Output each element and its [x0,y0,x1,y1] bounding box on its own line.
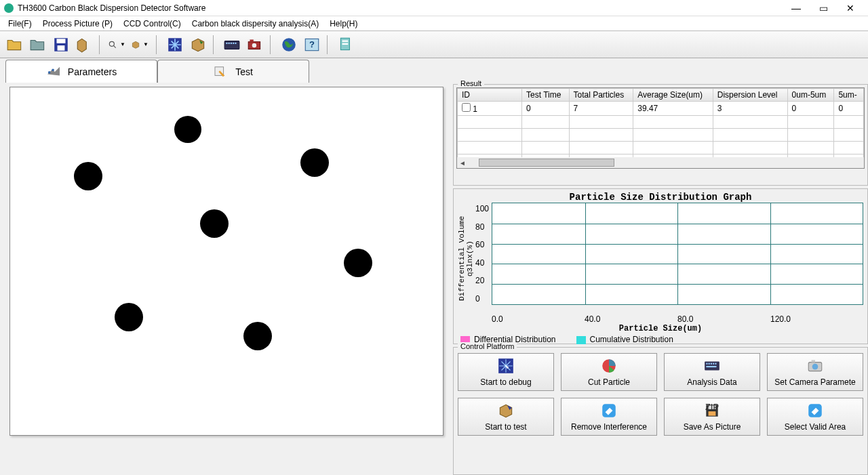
export-icon[interactable] [187,34,209,56]
chart-panel: Particle Size Distribution Graph Differe… [453,188,868,344]
keyboard-icon [703,357,721,375]
svg-rect-25 [706,363,707,365]
svg-point-19 [48,71,51,74]
svg-rect-11 [235,42,236,43]
column-header[interactable]: 5um- [834,89,864,102]
camera-icon[interactable] [244,34,266,56]
open-folder-icon[interactable] [4,34,26,56]
column-header[interactable]: Average Size(um) [633,89,713,102]
parameters-icon [46,66,61,78]
column-header[interactable]: Total Particles [569,89,633,102]
open-folder-alt-icon[interactable] [27,34,49,56]
svg-line-4 [113,45,116,48]
chart-x-axis-label: Particle Size(um) [458,324,863,333]
chart-title: Particle Size Distribution Graph [458,192,863,203]
table-cell: 0 [522,102,570,116]
menu-file[interactable]: File(F) [3,18,37,30]
set-camera-button[interactable]: Set Camera Paramete [767,353,863,391]
particle [200,209,229,238]
particle [344,249,372,277]
pie-icon [600,357,618,375]
svg-rect-9 [231,42,232,43]
batch-icon[interactable] [73,34,95,56]
app-icon [4,3,14,13]
tab-strip: Parameters Test [0,58,868,83]
document-icon[interactable] [335,34,357,56]
minimize-button[interactable]: ― [783,3,810,14]
start-test-button[interactable]: Start to test [458,398,554,436]
svg-point-20 [52,68,54,71]
chart-y-ticks: 100806040200 [474,203,492,314]
svg-rect-6 [224,41,239,49]
control-platform-panel: Control Platform Start to debug Cut Part… [453,347,868,475]
save-picture-button[interactable]: ZIP Save As Picture [664,398,760,436]
table-row[interactable]: 10739.47300 [458,102,864,116]
menu-help[interactable]: Help(H) [324,18,363,30]
tab-test[interactable]: Test [157,60,309,83]
target-icon[interactable] [164,34,186,56]
remove-interference-button[interactable]: Remove Interference [561,398,657,436]
particle [174,116,201,143]
particle [243,322,272,350]
target-icon [497,357,515,375]
select-valid-area-button[interactable]: Select Valid Area [767,398,863,436]
result-scrollbar[interactable]: ◄ [457,157,864,168]
row-checkbox[interactable] [462,103,471,112]
close-button[interactable]: ✕ [837,3,864,14]
start-debug-button[interactable]: Start to debug [458,353,554,391]
column-header[interactable]: Test Time [522,89,570,102]
package-dropdown[interactable]: ▼ [130,34,152,56]
select-icon [806,402,824,419]
result-table[interactable]: IDTest TimeTotal ParticlesAverage Size(u… [456,87,865,169]
tab-parameters-label: Parameters [68,66,117,77]
result-panel-title: Result [458,79,484,87]
chart-y-axis-label: Differential Volume q3lnx(%) [458,203,474,314]
table-cell: 0 [787,102,834,116]
column-header[interactable]: Dispersion Level [713,89,787,102]
keyboard-icon[interactable] [221,34,243,56]
save-icon[interactable] [50,34,72,56]
svg-text:?: ? [309,39,315,49]
chart-legend: Differential Distribution Cumulative Dis… [458,333,863,344]
svg-point-13 [252,43,257,47]
analysis-data-button[interactable]: Analysis Data [664,353,760,391]
particle [115,303,143,331]
svg-rect-14 [250,39,253,41]
table-cell: 7 [569,102,633,116]
tab-parameters[interactable]: Parameters [5,60,157,83]
svg-rect-33 [812,360,815,362]
svg-rect-2 [58,45,65,51]
chart-grid [492,203,863,305]
cut-particle-button[interactable]: Cut Particle [561,353,657,391]
svg-rect-37 [709,411,716,416]
chart-x-ticks: 0.040.080.0120.0 [458,314,863,324]
table-cell: 39.47 [633,102,713,116]
toolbar: ▼ ▼ ? [0,31,868,58]
svg-rect-8 [229,42,230,43]
box-arrow-icon [497,402,515,419]
title-bar: TH3600 Carbon Black Dispersion Detector … [0,0,868,16]
globe-icon[interactable] [278,34,300,56]
result-panel: Result IDTest TimeTotal ParticlesAverage… [453,84,868,186]
svg-rect-7 [226,42,227,43]
svg-text:ZIP: ZIP [705,402,719,412]
maximize-button[interactable]: ▭ [810,3,837,14]
svg-rect-27 [711,363,712,365]
disk-icon: ZIP [703,402,721,419]
eraser-icon [600,402,618,419]
help-icon[interactable]: ? [301,34,323,56]
window-title: TH3600 Carbon Black Dispersion Detector … [18,3,783,13]
table-cell: 3 [713,102,787,116]
svg-rect-1 [57,39,66,43]
column-header[interactable]: ID [458,89,522,102]
menu-dispersity-analysis[interactable]: Carbon black dispersity analysis(A) [186,18,324,30]
menu-ccd-control[interactable]: CCD Control(C) [118,18,186,30]
svg-rect-29 [715,363,716,365]
image-canvas[interactable] [9,87,443,436]
camera-icon [806,357,824,375]
column-header[interactable]: 0um-5um [787,89,834,102]
svg-point-32 [812,364,818,370]
menu-process-picture[interactable]: Process Picture (P) [37,18,118,30]
svg-rect-10 [233,42,234,43]
zoom-dropdown[interactable]: ▼ [107,34,129,56]
